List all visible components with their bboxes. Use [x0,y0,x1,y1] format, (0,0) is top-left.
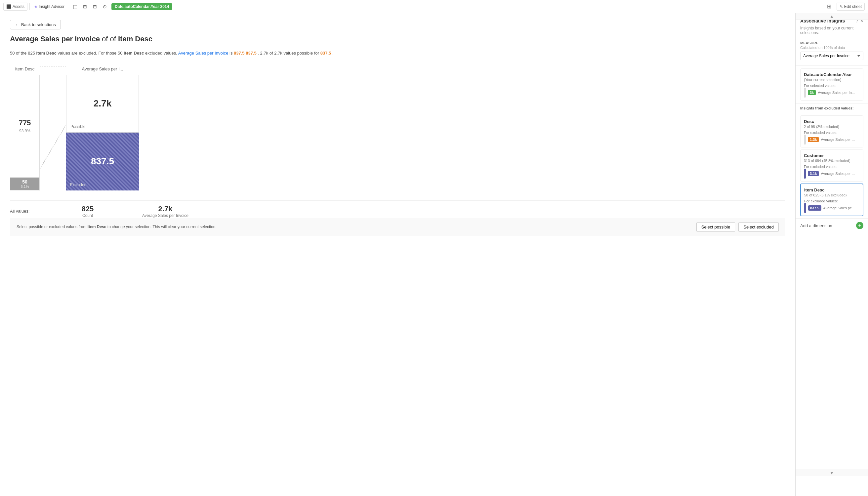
insight-advisor-tab[interactable]: ◈ Insight Advisor [32,3,67,10]
back-to-selections-button[interactable]: ← Back to selections [10,20,61,29]
customer-card-title: Customer [804,153,860,158]
selection-badge-row: 3k Average Sales per In... [804,88,860,97]
topbar: ⬛ Assets ◈ Insight Advisor ⬚ ⊞ ⊟ ⊙ Date.… [0,0,868,13]
value-label: Average Sales per I... [82,66,123,72]
pan-tool[interactable]: ⊟ [90,2,99,11]
selection-bar-mini [804,88,806,97]
measure-section: Measure Calculated on 100% of data Avera… [795,38,868,63]
customer-badge-row: 3.1k Average Sales per ... [804,169,860,179]
zoom-tool[interactable]: ⊞ [80,2,90,11]
measure-select[interactable]: Average Sales per Invoice [800,51,863,60]
customer-card-sub: 313 of 684 (45.8% excluded) [804,159,860,163]
all-values-avg: 2.7k Average Sales per Invoice [129,205,202,218]
item-desc-card-sub: 50 of 825 (6.1% excluded) [804,193,859,197]
add-dimension-label: Add a dimension [800,223,832,228]
item-desc-badge-label: Average Sales pe... [823,206,855,210]
desc-bar-mini [804,135,806,144]
desc-field2: Item Desc [124,51,144,56]
desc-field1: Item Desc [36,51,57,56]
bar-column: Item Desc 775 93.9% 50 6.1% [10,66,40,190]
all-values-avg-value: 2.7k [158,205,173,213]
desc-mid4: . 2.7k of 2.7k values possible for [258,51,319,56]
title-part1: Average Sales per Invoice [10,35,100,43]
back-arrow-icon: ← [15,22,19,27]
value-boxes-column: Average Sales per I... 2.7k Possible 837… [66,66,139,190]
sidebar-scroll-down[interactable]: ▼ [795,469,868,476]
svg-line-2 [40,125,66,170]
sidebar-subtitle: Insights based on your current selection… [795,26,868,38]
selection-card-title: Date.autoCalendar.Year [804,72,860,77]
select-tool[interactable]: ⬚ [71,2,80,11]
grid-view-icon[interactable]: ⊞ [825,2,834,11]
toolbar-tools: ⬚ ⊞ ⊟ ⊙ [71,2,109,11]
bar-possible: 775 93.9% [10,75,40,177]
selection-badge-value: 3k [808,90,816,95]
all-values-avg-label: Average Sales per Invoice [142,213,188,218]
desc-card-sub: 2 of 98 (2% excluded) [804,125,860,129]
sidebar-divider-1 [795,65,868,66]
back-button-label: Back to selections [21,22,56,27]
select-excluded-button[interactable]: Select excluded [738,222,779,232]
bar-chart: 775 93.9% 50 6.1% [10,75,40,190]
title-of: of [102,35,108,43]
edit-sheet-button[interactable]: ✎ Edit sheet [837,3,865,11]
focus-tool[interactable]: ⊙ [100,2,109,11]
bottom-bar: Select possible or excluded values from … [10,218,785,236]
measure-label: Measure [800,41,863,45]
bottom-bar-text: Select possible or excluded values from … [17,224,696,229]
insight-card-customer[interactable]: Customer 313 of 684 (45.8% excluded) For… [800,150,863,182]
all-values-count-value: 825 [82,205,94,213]
desc-mid2: excluded values, [145,51,177,56]
possible-box-value: 2.7k [94,98,112,109]
topbar-right: ⊞ ✎ Edit sheet [825,2,865,11]
customer-card-for: For excluded values: [804,165,860,169]
all-values-row: All values: 825 Count 2.7k Average Sales… [10,200,785,218]
sidebar-scroll-up[interactable]: ▲ [795,13,868,20]
title-of-text: of [110,35,118,43]
item-desc-bar-mini [804,203,806,213]
desc-link[interactable]: Average Sales per Invoice [178,51,229,56]
add-dimension-bar: Add a dimension + [795,218,868,232]
bottom-text-prefix: Select possible or excluded values from [17,224,86,229]
connector-svg [40,66,66,182]
insight-icon: ◈ [34,4,37,9]
customer-bar-mini [804,169,806,179]
item-desc-card-for: For excluded values: [804,199,859,203]
desc-badge-row: 1.3k Average Sales per ... [804,135,860,144]
assets-label: Assets [13,4,25,9]
main-content: ← Back to selections Average Sales per I… [0,13,795,496]
bottom-bar-buttons: Select possible Select excluded [696,222,779,232]
insight-card-item-desc[interactable]: Item Desc 50 of 825 (6.1% excluded) For … [800,184,863,216]
topbar-divider [29,3,30,10]
bar-possible-pct: 93.9% [19,129,30,133]
customer-badge-value: 3.1k [808,171,819,176]
sidebar: ▲ Associative insights ? × Insights base… [795,13,868,496]
all-values-count: 825 Count [73,205,103,218]
desc-badge-label: Average Sales per ... [821,138,855,141]
desc-mid3: is [230,51,232,56]
excluded-box-label: Excluded [70,183,86,187]
insight-title: Average Sales per Invoice of of Item Des… [10,35,785,43]
selection-chip[interactable]: Date.autoCalendar.Year 2014 [111,3,172,10]
desc-badge-value: 1.3k [808,137,819,142]
possible-box: 2.7k Possible [66,75,139,133]
insight-card-desc[interactable]: Desc 2 of 98 (2% excluded) For excluded … [800,115,863,148]
main-layout: ← Back to selections Average Sales per I… [0,13,868,496]
bottom-text-field: Item Desc [88,224,107,229]
excluded-box: 837.5 Excluded [66,133,139,190]
excluded-label: Insights from excluded values: [800,106,863,110]
chart-area: Item Desc 775 93.9% 50 6.1% [10,66,785,190]
add-dimension-button[interactable]: + [856,222,863,229]
assets-tab[interactable]: ⬛ Assets [3,3,28,11]
desc-suffix: . [332,51,334,56]
insight-description: 50 of the 825 Item Desc values are exclu… [10,50,785,57]
select-possible-button[interactable]: Select possible [696,222,735,232]
desc-prefix: 50 of the 825 [10,51,35,56]
excluded-section: Insights from excluded values: [795,106,868,113]
item-desc-card-title: Item Desc [804,187,859,192]
desc-value1-span: 837.5 [246,51,257,56]
bar-excluded-pct: 6.1% [20,185,29,188]
assets-icon: ⬛ [6,4,11,9]
current-selection-card[interactable]: Date.autoCalendar.Year (Your current sel… [800,68,863,100]
insight-advisor-label: Insight Advisor [39,4,64,9]
